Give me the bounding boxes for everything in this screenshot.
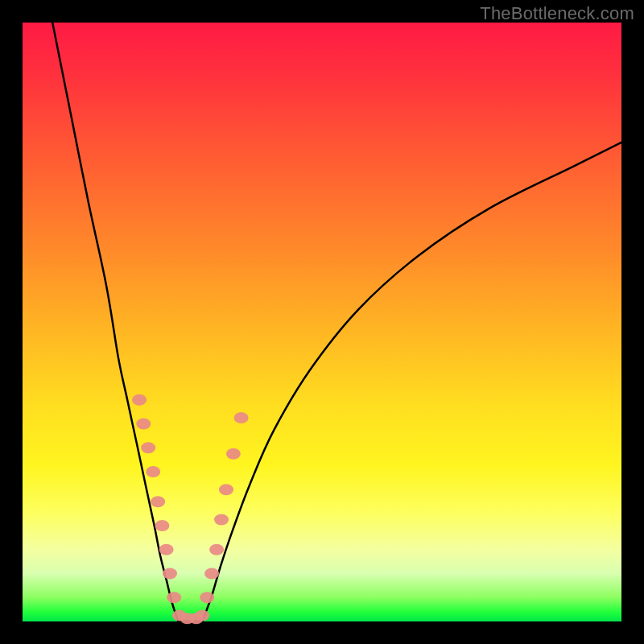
chart-frame: TheBottleneck.com <box>0 0 644 644</box>
series-right-branch <box>202 142 621 621</box>
marker-dot <box>209 544 224 555</box>
marker-dot <box>204 568 219 580</box>
marker-dot <box>146 466 160 477</box>
marker-dot <box>159 544 174 555</box>
marker-dot <box>214 514 229 526</box>
watermark-text: TheBottleneck.com <box>480 3 634 24</box>
marker-dots <box>132 394 249 625</box>
marker-dot <box>167 592 181 603</box>
plot-outer <box>23 23 621 621</box>
marker-dot <box>200 592 214 603</box>
marker-dot <box>136 419 151 430</box>
marker-dot <box>234 412 249 423</box>
marker-dot <box>155 520 169 531</box>
marker-dot <box>163 568 177 580</box>
marker-dot <box>195 610 209 621</box>
series-left-branch <box>52 23 178 621</box>
marker-dot <box>141 442 155 453</box>
marker-dot <box>151 496 165 507</box>
chart-svg <box>23 23 621 621</box>
marker-dot <box>132 394 147 406</box>
bottleneck-curve <box>52 23 621 621</box>
marker-dot <box>226 448 241 460</box>
marker-dot <box>219 484 233 495</box>
